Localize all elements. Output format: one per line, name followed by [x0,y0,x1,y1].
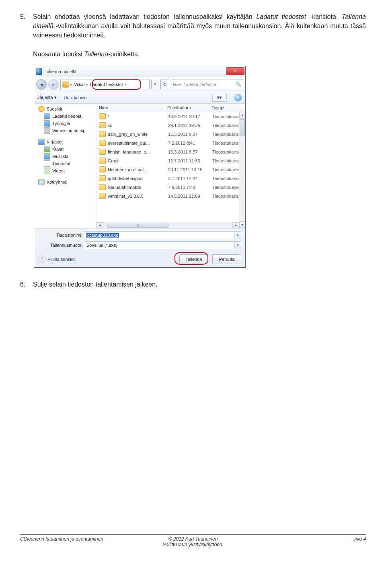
file-type: Tiedostokansio [212,123,242,128]
folder-icon [99,113,106,119]
file-name: qd500w550axpus [108,176,168,181]
table-row[interactable]: wmminst_v1.0.6.514.5.2011 21:09Tiedostok… [96,192,245,201]
organize-menu[interactable]: Järjestä ▾ [37,95,57,100]
footer-mid2: Sallittu vain yksityiskäyttöön. [136,542,251,547]
file-type: Tiedostokansio [212,132,242,137]
filename-fields: Tiedostonimi: ccsetup318.exe ▾ Tallennus… [34,228,245,253]
chevron-right-icon: ▸ [86,82,88,86]
filetype-value: Sovellus (*.exe) [86,243,117,248]
nav-favorites[interactable]: Suosikit [35,105,95,113]
nav-tree[interactable]: Suosikit Ladatut tiedost Työpöytä Viimei… [34,104,96,228]
new-folder-button[interactable]: Uusi kansio [64,95,87,100]
filename-row: Tiedostonimi: ccsetup318.exe ▾ [38,231,241,239]
hscroll-right-button[interactable]: ► [232,222,239,228]
nav-libraries[interactable]: Kirjastot [35,138,95,145]
vertical-scrollbar[interactable]: ▲ ▼ [239,112,245,228]
folder-icon [62,81,69,88]
file-type: Tiedostokansio [212,150,242,154]
file-name: Hämeenlinna+mat... [108,167,168,172]
hscroll-track[interactable]: III [103,223,232,228]
step5-text-a: Selain ehdottaa yleensä ladattavan tiedo… [33,13,256,20]
hscroll-left-button[interactable]: ◄ [96,222,103,228]
file-type: Tiedostokansio [212,194,242,199]
file-date: 16.9.2011 20:17 [168,114,212,119]
nav-back-button[interactable]: ◄ [36,79,47,90]
scroll-up-button[interactable]: ▲ [239,112,245,119]
file-date: 7.2.2012 8:41 [168,141,212,145]
footer-divider [20,534,366,535]
hscroll-thumb[interactable]: III [107,223,168,228]
table-row[interactable]: Hämeenlinna+mat...20.11.2011 13:15Tiedos… [96,165,245,174]
nav-fwd-button[interactable]: ► [48,79,59,90]
filetype-dropdown[interactable]: ▾ [234,242,241,249]
file-date: 14.5.2011 21:09 [168,194,212,199]
search-placeholder: Hae: Ladatut tiedostot [173,82,216,87]
list-header[interactable]: Nimi Päivämäärä Tyyppi [96,104,245,112]
file-name: Gmail [108,158,168,163]
hide-folders-label: Piilota kansiot [47,257,75,262]
nav-lib-1: Musiikki [52,154,68,159]
folder-icon [99,122,106,128]
table-row[interactable]: dark_gray_on_white15.3.2011 9:37Tiedosto… [96,130,245,139]
hide-folders-link[interactable]: ˄ Piilota kansiot [38,256,75,263]
nav-fav-label: Suosikit [47,107,62,111]
filename-input[interactable]: ccsetup318.exe ▾ [85,231,241,239]
nav-fav-downloads[interactable]: Ladatut tiedost [35,113,95,120]
dialog-titlebar: Tallenna nimellä × [34,66,245,77]
footer-right: sivu 4 [250,536,366,542]
nav-lib-documents[interactable]: Tiedostot [35,160,95,167]
homegroup-icon [38,179,45,185]
table-row[interactable]: everestultimate_bui...7.2.2012 8:41Tiedo… [96,139,245,148]
address-dropdown[interactable]: ▾ [151,80,159,89]
refresh-button[interactable]: ↻ [160,80,169,89]
file-date: 3.7.2011 14:34 [168,176,212,181]
scroll-thumb[interactable] [240,119,245,136]
address-bar-row: ◄ ► ▸ Viikar ▸ Ladatut tiedostot ▸ ▾ ↻ H… [34,77,245,92]
nav-home-label: Kotiryhmä [47,180,67,184]
nav-lib-pictures[interactable]: Kuvat [35,145,95,153]
nav-lib-music[interactable]: Musiikki [35,153,95,160]
step5-text-b: -kansiota. [306,13,342,20]
chevron-right-icon: ▸ [125,82,127,86]
save-button[interactable]: Tallenna [179,254,208,264]
step-5-number: 5. [20,12,31,59]
cancel-button[interactable]: Peruuta [212,254,241,264]
music-icon [44,153,50,160]
view-mode-button[interactable]: ≡▾ [212,94,227,102]
table-row[interactable]: cd29.1.2012 19:36Tiedostokansio [96,121,245,130]
scroll-track[interactable] [239,119,245,221]
videos-icon [44,168,50,174]
step-5-body: Selain ehdottaa yleensä ladattavan tiedo… [33,12,366,59]
file-type: Tiedostokansio [212,141,242,145]
col-type[interactable]: Tyyppi [211,105,245,110]
filetype-row: Tallennusmuoto: Sovellus (*.exe) ▾ [38,241,241,249]
table-row[interactable]: 116.9.2011 20:17Tiedostokansio [96,112,245,121]
breadcrumb[interactable]: ▸ Viikar ▸ Ladatut tiedostot ▸ [60,80,150,89]
horizontal-scrollbar[interactable]: ◄ III ► [96,222,239,228]
folder-icon [99,193,106,199]
scroll-down-button[interactable]: ▼ [239,221,245,228]
table-row[interactable]: Gmail12.7.2011 11:36Tiedostokansio [96,156,245,165]
nav-homegroup[interactable]: Kotiryhmä [35,178,95,186]
nav-fav-recent[interactable]: Viimeisimmät sij. [35,127,95,134]
footer-mid1: © 2012 Kari Tuunainen [136,536,251,542]
filetype-select[interactable]: Sovellus (*.exe) ▾ [85,241,241,249]
file-type: Tiedostokansio [212,167,242,172]
file-type: Tiedostokansio [212,114,242,119]
col-date[interactable]: Päivämäärä [167,105,211,110]
search-input[interactable]: Hae: Ladatut tiedostot 🔍 [171,80,243,89]
close-button[interactable]: × [226,67,244,75]
help-button[interactable]: ? [234,94,242,102]
col-name[interactable]: Nimi [99,105,167,110]
file-type: Tiedostokansio [212,185,242,190]
nav-fav-desktop[interactable]: Työpöytä [35,120,95,127]
nav-lib-videos[interactable]: Videot [35,167,95,174]
page-footer: CCleanerin lataaminen ja asentaminen © 2… [20,534,366,547]
file-name: Saunalahtimobiili [108,185,168,190]
table-row[interactable]: qd500w550axpus3.7.2011 14:34Tiedostokans… [96,174,245,183]
folder-icon [99,166,106,172]
filename-dropdown[interactable]: ▾ [234,232,241,239]
table-row[interactable]: finnish_language_p...15.3.2011 8:57Tiedo… [96,148,245,156]
table-row[interactable]: Saunalahtimobiili7.9.2011 7:48Tiedostoka… [96,183,245,192]
star-icon [38,106,45,112]
